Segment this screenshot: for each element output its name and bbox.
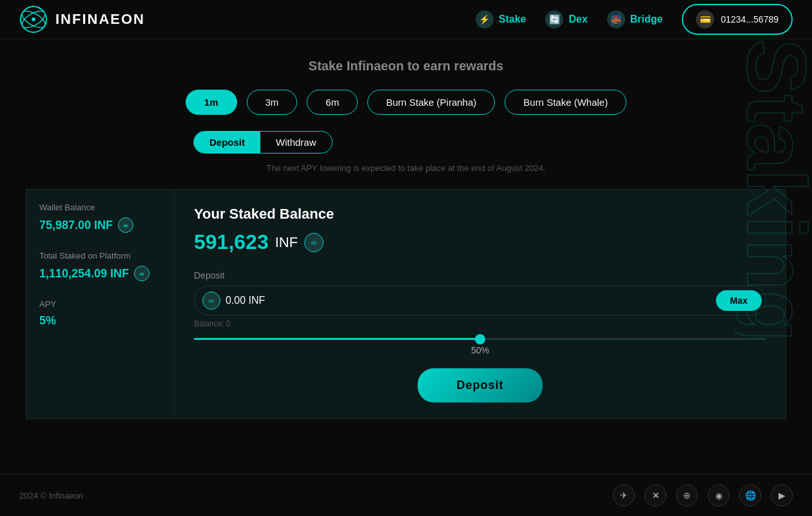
apy-label: APY: [39, 299, 161, 309]
staked-coin-icon: ∞: [134, 266, 150, 281]
tab-3m[interactable]: 3m: [247, 90, 298, 115]
deposit-withdraw-toggle: Deposit Withdraw: [193, 131, 333, 154]
logo-text: INFINAEON: [55, 11, 145, 28]
right-panel: Your Staked Balance 591,623 INF ∞ Deposi…: [174, 189, 786, 419]
youtube-icon[interactable]: ▶: [771, 484, 793, 506]
x-twitter-icon[interactable]: ✕: [644, 484, 666, 506]
apy-block: APY 5%: [39, 299, 161, 328]
bridge-icon: 🌉: [607, 10, 625, 28]
stake-icon: ⚡: [476, 10, 494, 28]
globe-icon[interactable]: 🌐: [739, 484, 761, 506]
header: INFINAEON ⚡ Stake 🔄 Dex 🌉 Bridge 💳 01234…: [0, 0, 812, 39]
staked-balance-value: 591,623 INF ∞: [194, 230, 766, 254]
tab-6m[interactable]: 6m: [307, 90, 358, 115]
footer: 2024 © Infinaeon ✈ ✕ ⊕ ◉ 🌐 ▶: [0, 474, 812, 516]
logo-area: INFINAEON: [19, 5, 145, 34]
total-staked-block: Total Staked on Platform 1,110,254.09 IN…: [39, 251, 161, 281]
slider-track: [194, 338, 766, 340]
content-grid: Wallet Balance 75,987.00 INF ∞ Total Sta…: [26, 189, 786, 419]
page-title: Stake Infinaeon to earn rewards: [26, 59, 786, 74]
main-content: Stake Infinaeon to earn rewards 1m 3m 6m…: [0, 39, 812, 432]
nav-stake[interactable]: ⚡ Stake: [476, 10, 527, 28]
deposit-input[interactable]: [226, 295, 716, 306]
svg-point-3: [32, 17, 35, 21]
slider-container: [194, 338, 766, 340]
wallet-icon: 💳: [696, 10, 714, 28]
wallet-balance-label: Wallet Balance: [39, 203, 161, 212]
logo-icon: [19, 5, 48, 34]
footer-copyright: 2024 © Infinaeon: [19, 491, 83, 501]
nav-dex[interactable]: 🔄 Dex: [545, 10, 587, 28]
deposit-toggle-button[interactable]: Deposit: [194, 132, 260, 153]
dex-icon: 🔄: [545, 10, 563, 28]
tab-1m[interactable]: 1m: [186, 90, 237, 115]
wallet-balance-value: 75,987.00 INF ∞: [39, 217, 161, 233]
wallet-button[interactable]: 💳 01234...56789: [682, 4, 793, 35]
deposit-input-row: ∞ Max: [194, 286, 766, 315]
duration-tabs: 1m 3m 6m Burn Stake (Piranha) Burn Stake…: [26, 90, 786, 115]
nav-bridge[interactable]: 🌉 Bridge: [607, 10, 663, 28]
apy-notice: The next APY lowering is expected to tak…: [26, 163, 786, 173]
staked-balance-title: Your Staked Balance: [194, 206, 766, 223]
left-panel: Wallet Balance 75,987.00 INF ∞ Total Sta…: [26, 189, 174, 419]
deposit-coin-icon: ∞: [202, 292, 220, 310]
slider-percent: 50%: [194, 345, 766, 355]
balance-hint: Balance: 0: [194, 319, 766, 328]
tab-burn-piranha[interactable]: Burn Stake (Piranha): [367, 90, 495, 115]
discord-icon[interactable]: ⊕: [676, 484, 698, 506]
total-staked-label: Total Staked on Platform: [39, 251, 161, 261]
max-button[interactable]: Max: [716, 290, 762, 311]
apy-value: 5%: [39, 314, 161, 328]
withdraw-toggle-button[interactable]: Withdraw: [260, 132, 332, 153]
deposit-section-label: Deposit: [194, 270, 766, 281]
tab-burn-whale[interactable]: Burn Stake (Whale): [505, 90, 626, 115]
staked-coin-icon-lg: ∞: [304, 233, 324, 252]
nav-items: ⚡ Stake 🔄 Dex 🌉 Bridge 💳 01234...56789: [476, 4, 793, 35]
deposit-button[interactable]: Deposit: [418, 368, 542, 402]
wallet-balance-block: Wallet Balance 75,987.00 INF ∞: [39, 203, 161, 233]
staked-number: 591,623: [194, 230, 269, 254]
total-staked-value: 1,110,254.09 INF ∞: [39, 266, 161, 281]
reddit-icon[interactable]: ◉: [708, 484, 730, 506]
social-icons: ✈ ✕ ⊕ ◉ 🌐 ▶: [613, 484, 793, 506]
wallet-coin-icon: ∞: [118, 217, 133, 233]
toggle-container: Deposit Withdraw: [193, 131, 786, 154]
telegram-icon[interactable]: ✈: [613, 484, 635, 506]
staked-unit: INF: [275, 234, 298, 251]
